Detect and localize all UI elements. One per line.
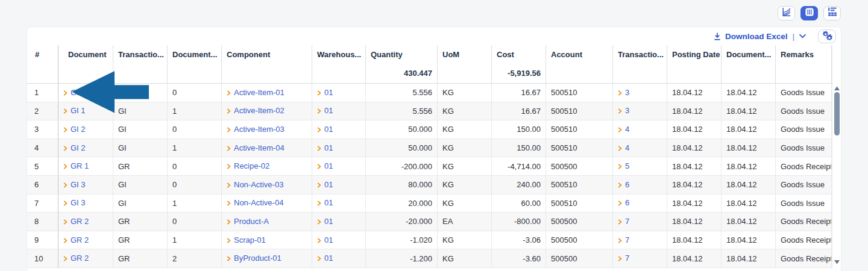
component-link[interactable]: Product-A [234, 217, 269, 226]
transaction-link[interactable]: 7 [625, 217, 629, 226]
document-link[interactable]: GR 2 [71, 217, 89, 226]
chart-table-view-button[interactable] [823, 6, 841, 20]
transaction-link[interactable]: 7 [625, 254, 629, 263]
column-header-transaction[interactable]: Transactio... [613, 45, 667, 63]
document-link[interactable]: GR 2 [71, 254, 89, 263]
trans_type-value: GI [118, 107, 127, 116]
warehouse-link[interactable]: 01 [324, 161, 333, 170]
chevron-right-icon [63, 107, 68, 116]
doc_line-value: 0 [172, 162, 177, 171]
posting_date-value: 18.04.12 [672, 143, 703, 152]
column-header-account[interactable]: Account [546, 45, 613, 63]
transaction-link[interactable]: 6 [625, 180, 629, 189]
component-link[interactable]: Non-Active-04 [234, 198, 283, 207]
transaction-link[interactable]: 4 [625, 125, 629, 134]
column-header-trans_type[interactable]: Transactio... [113, 45, 168, 63]
component-link[interactable]: ByProduct-01 [234, 254, 281, 263]
column-header-uom[interactable]: UoM [438, 45, 492, 63]
warehouse-link[interactable]: 01 [324, 106, 333, 115]
total-empty-cell [27, 63, 58, 84]
uom-value: KG [442, 125, 454, 134]
chevron-right-icon [618, 199, 622, 208]
settings-button[interactable] [818, 30, 836, 43]
cell-cost: -800.00 [492, 213, 546, 231]
chevron-right-icon [618, 181, 622, 190]
warehouse-link[interactable]: 01 [324, 217, 333, 226]
column-header-document_date[interactable]: Document... [722, 45, 776, 63]
warehouse-link[interactable]: 01 [324, 143, 333, 152]
transaction-link[interactable]: 3 [625, 106, 629, 115]
view-switcher [778, 6, 841, 20]
component-link[interactable]: Non-Active-03 [234, 180, 283, 189]
document-link[interactable]: GI 1 [71, 88, 86, 97]
column-header-posting_date[interactable]: Posting Date [667, 45, 722, 63]
total-empty-cell [312, 63, 366, 84]
column-header-cost[interactable]: Cost [492, 45, 546, 63]
cell-cost: -3.06 [492, 231, 546, 250]
cell-component: Non-Active-03 [222, 176, 312, 195]
document-link[interactable]: GR 2 [71, 235, 89, 245]
chevron-right-icon [227, 181, 231, 190]
chevron-right-icon [618, 89, 622, 98]
document-link[interactable]: GI 3 [71, 198, 86, 207]
vertical-scrollbar[interactable] [832, 45, 841, 268]
chevron-right-icon [63, 162, 68, 171]
warehouse-link[interactable]: 01 [324, 235, 333, 245]
chart-view-button[interactable] [778, 6, 795, 20]
scroll-up-icon[interactable] [834, 86, 840, 91]
download-excel-button[interactable]: Download Excel | [713, 32, 807, 41]
column-header-component[interactable]: Component [222, 45, 312, 63]
warehouse-link[interactable]: 01 [324, 254, 333, 263]
remarks-value: Goods Issue [781, 125, 825, 134]
cell-uom: KG [438, 84, 492, 102]
cell-trans_type: GR [113, 157, 168, 176]
document-link[interactable]: GI 1 [71, 106, 86, 115]
transaction-link[interactable]: 6 [625, 198, 629, 207]
transaction-link[interactable]: 3 [625, 88, 629, 97]
document-link[interactable]: GI 2 [71, 125, 86, 134]
warehouse-link[interactable]: 01 [324, 88, 333, 97]
warehouse-link[interactable]: 01 [324, 180, 333, 189]
warehouse-link[interactable]: 01 [324, 125, 333, 134]
account-value: 500500 [551, 217, 577, 226]
transaction-link[interactable]: 7 [625, 235, 629, 245]
component-link[interactable]: Active-Item-01 [234, 88, 285, 97]
column-header-label: Account [551, 50, 582, 59]
document-link[interactable]: GR 1 [71, 161, 89, 170]
cell-cost: 16.67 [492, 102, 546, 121]
table-view-button[interactable] [800, 6, 818, 20]
scroll-down-icon[interactable] [834, 260, 840, 264]
document-link[interactable]: GI 3 [71, 180, 86, 189]
component-link[interactable]: Active-Item-03 [234, 125, 285, 134]
document-link[interactable]: GI 2 [71, 143, 86, 152]
cell-doc_line: 1 [168, 231, 222, 250]
column-header-num[interactable]: # [27, 45, 58, 63]
chevron-right-icon [317, 236, 321, 245]
column-header-warehouse[interactable]: Warehous... [312, 45, 366, 63]
chevron-right-icon [618, 254, 622, 263]
remarks-value: Goods Issue [781, 199, 825, 208]
table-row: 4GI 2GI1Active-Item-040150.000KG150.0050… [27, 139, 832, 158]
cell-account: 500500 [546, 231, 613, 250]
warehouse-link[interactable]: 01 [324, 198, 333, 207]
column-header-remarks[interactable]: Remarks [776, 45, 832, 63]
component-link[interactable]: Active-Item-02 [234, 106, 285, 115]
column-header-doc_line[interactable]: Document... [168, 45, 222, 63]
transaction-link[interactable]: 4 [625, 143, 629, 152]
cell-remarks: Goods Issue [776, 102, 832, 121]
chevron-right-icon [63, 217, 68, 226]
remarks-value: Goods Receipt [781, 162, 832, 171]
column-header-document[interactable]: Document [58, 45, 113, 63]
chevron-down-icon[interactable] [799, 34, 807, 39]
column-header-quantity[interactable]: Quantity [366, 45, 438, 63]
total-cost: -5,919.56 [492, 63, 546, 84]
document_date-value: 18.04.12 [726, 143, 757, 152]
chevron-right-icon [618, 125, 622, 134]
transaction-link[interactable]: 5 [625, 161, 629, 170]
cell-remarks: Goods Receipt [776, 157, 832, 176]
component-link[interactable]: Scrap-01 [234, 235, 266, 245]
scroll-thumb[interactable] [834, 92, 840, 136]
component-link[interactable]: Active-Item-04 [234, 143, 285, 152]
cell-cost: 16.67 [492, 84, 546, 102]
component-link[interactable]: Recipe-02 [234, 161, 269, 170]
